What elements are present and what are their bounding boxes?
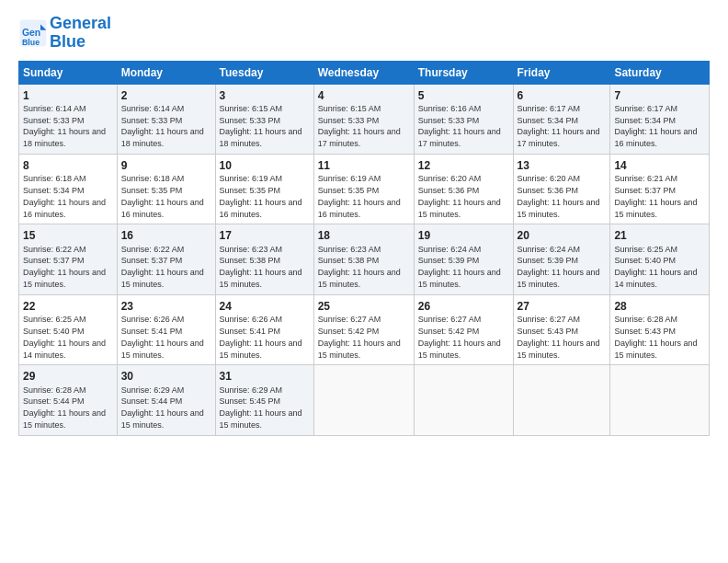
day-number: 13	[518, 158, 607, 173]
daylight-text: Daylight: 11 hours and 15 minutes.	[614, 198, 697, 219]
day-number: 20	[518, 228, 607, 243]
day-number: 29	[23, 369, 113, 384]
calendar-table: SundayMondayTuesdayWednesdayThursdayFrid…	[18, 61, 710, 436]
calendar-cell: 7Sunrise: 6:17 AMSunset: 5:34 PMDaylight…	[610, 84, 710, 154]
calendar-cell	[513, 365, 610, 435]
calendar-cell: 13Sunrise: 6:20 AMSunset: 5:36 PMDayligh…	[513, 155, 610, 224]
weekday-header-friday: Friday	[513, 61, 610, 84]
sunrise-text: Sunrise: 6:28 AM	[614, 315, 677, 324]
calendar-cell: 21Sunrise: 6:25 AMSunset: 5:40 PMDayligh…	[610, 224, 710, 294]
daylight-text: Daylight: 11 hours and 14 minutes.	[23, 339, 106, 360]
sunset-text: Sunset: 5:33 PM	[23, 116, 85, 125]
calendar-cell: 5Sunrise: 6:16 AMSunset: 5:33 PMDaylight…	[414, 84, 513, 154]
calendar-cell: 29Sunrise: 6:28 AMSunset: 5:44 PMDayligh…	[19, 365, 118, 435]
calendar-cell: 8Sunrise: 6:18 AMSunset: 5:34 PMDaylight…	[19, 155, 118, 224]
day-number: 6	[518, 88, 607, 103]
daylight-text: Daylight: 11 hours and 15 minutes.	[614, 339, 697, 360]
calendar-cell: 1Sunrise: 6:14 AMSunset: 5:33 PMDaylight…	[19, 84, 118, 154]
sunrise-text: Sunrise: 6:14 AM	[23, 104, 86, 113]
sunset-text: Sunset: 5:37 PM	[23, 256, 85, 265]
day-number: 23	[121, 299, 211, 314]
sunrise-text: Sunrise: 6:17 AM	[614, 104, 677, 113]
daylight-text: Daylight: 11 hours and 15 minutes.	[418, 339, 501, 360]
daylight-text: Daylight: 11 hours and 17 minutes.	[318, 127, 401, 148]
sunrise-text: Sunrise: 6:14 AM	[121, 104, 185, 113]
daylight-text: Daylight: 11 hours and 15 minutes.	[518, 339, 600, 360]
daylight-text: Daylight: 11 hours and 15 minutes.	[121, 268, 204, 289]
day-number: 9	[121, 158, 211, 173]
daylight-text: Daylight: 11 hours and 15 minutes.	[318, 339, 401, 360]
sunrise-text: Sunrise: 6:22 AM	[121, 245, 185, 254]
sunset-text: Sunset: 5:44 PM	[121, 396, 183, 406]
day-number: 16	[121, 228, 211, 243]
calendar-cell: 14Sunrise: 6:21 AMSunset: 5:37 PMDayligh…	[610, 155, 710, 224]
sunset-text: Sunset: 5:34 PM	[518, 116, 579, 125]
day-number: 15	[23, 228, 113, 243]
day-number: 14	[614, 158, 705, 173]
weekday-header-monday: Monday	[117, 61, 215, 84]
day-number: 28	[614, 299, 705, 314]
sunset-text: Sunset: 5:33 PM	[418, 116, 480, 125]
weekday-header-tuesday: Tuesday	[215, 61, 313, 84]
calendar-cell: 18Sunrise: 6:23 AMSunset: 5:38 PMDayligh…	[313, 224, 414, 294]
daylight-text: Daylight: 11 hours and 17 minutes.	[518, 127, 600, 148]
sunrise-text: Sunrise: 6:23 AM	[220, 245, 283, 254]
weekday-header-row: SundayMondayTuesdayWednesdayThursdayFrid…	[19, 61, 710, 84]
calendar-cell: 25Sunrise: 6:27 AMSunset: 5:42 PMDayligh…	[313, 294, 414, 364]
header: Gen Blue GeneralBlue	[18, 15, 710, 52]
day-number: 5	[418, 88, 509, 103]
week-row-2: 8Sunrise: 6:18 AMSunset: 5:34 PMDaylight…	[19, 155, 710, 224]
daylight-text: Daylight: 11 hours and 18 minutes.	[23, 127, 106, 148]
sunrise-text: Sunrise: 6:22 AM	[23, 245, 86, 254]
sunset-text: Sunset: 5:42 PM	[318, 327, 380, 336]
sunset-text: Sunset: 5:34 PM	[23, 186, 85, 195]
day-number: 30	[121, 369, 211, 384]
day-number: 22	[23, 299, 113, 314]
calendar-cell: 11Sunrise: 6:19 AMSunset: 5:35 PMDayligh…	[313, 155, 414, 224]
calendar-cell: 30Sunrise: 6:29 AMSunset: 5:44 PMDayligh…	[117, 365, 215, 435]
sunrise-text: Sunrise: 6:29 AM	[220, 385, 283, 395]
calendar-cell: 19Sunrise: 6:24 AMSunset: 5:39 PMDayligh…	[414, 224, 513, 294]
sunset-text: Sunset: 5:35 PM	[220, 186, 281, 195]
day-number: 4	[318, 88, 410, 103]
sunset-text: Sunset: 5:40 PM	[23, 327, 85, 336]
day-number: 10	[220, 158, 310, 173]
sunrise-text: Sunrise: 6:24 AM	[418, 245, 482, 254]
day-number: 21	[614, 228, 705, 243]
sunrise-text: Sunrise: 6:15 AM	[318, 104, 381, 113]
day-number: 25	[318, 299, 410, 314]
calendar-cell	[610, 365, 710, 435]
calendar-cell: 3Sunrise: 6:15 AMSunset: 5:33 PMDaylight…	[215, 84, 313, 154]
day-number: 11	[318, 158, 410, 173]
svg-text:Blue: Blue	[22, 38, 40, 47]
sunset-text: Sunset: 5:35 PM	[318, 186, 380, 195]
calendar-cell: 20Sunrise: 6:24 AMSunset: 5:39 PMDayligh…	[513, 224, 610, 294]
sunrise-text: Sunrise: 6:17 AM	[518, 104, 581, 113]
sunset-text: Sunset: 5:41 PM	[121, 327, 183, 336]
svg-text:Gen: Gen	[22, 28, 40, 38]
daylight-text: Daylight: 11 hours and 16 minutes.	[220, 198, 302, 219]
sunrise-text: Sunrise: 6:27 AM	[518, 315, 581, 324]
daylight-text: Daylight: 11 hours and 15 minutes.	[23, 408, 106, 430]
week-row-1: 1Sunrise: 6:14 AMSunset: 5:33 PMDaylight…	[19, 84, 710, 154]
calendar-cell: 17Sunrise: 6:23 AMSunset: 5:38 PMDayligh…	[215, 224, 313, 294]
weekday-header-wednesday: Wednesday	[313, 61, 414, 84]
calendar-cell: 9Sunrise: 6:18 AMSunset: 5:35 PMDaylight…	[117, 155, 215, 224]
week-row-4: 22Sunrise: 6:25 AMSunset: 5:40 PMDayligh…	[19, 294, 710, 364]
sunrise-text: Sunrise: 6:27 AM	[418, 315, 482, 324]
weekday-header-sunday: Sunday	[19, 61, 118, 84]
weekday-header-saturday: Saturday	[610, 61, 710, 84]
day-number: 19	[418, 228, 509, 243]
daylight-text: Daylight: 11 hours and 15 minutes.	[220, 339, 302, 360]
sunset-text: Sunset: 5:36 PM	[418, 186, 480, 195]
week-row-3: 15Sunrise: 6:22 AMSunset: 5:37 PMDayligh…	[19, 224, 710, 294]
day-number: 7	[614, 88, 705, 103]
sunset-text: Sunset: 5:34 PM	[614, 116, 676, 125]
day-number: 12	[418, 158, 509, 173]
sunset-text: Sunset: 5:44 PM	[23, 396, 85, 406]
daylight-text: Daylight: 11 hours and 17 minutes.	[418, 127, 501, 148]
sunrise-text: Sunrise: 6:26 AM	[121, 315, 185, 324]
sunrise-text: Sunrise: 6:24 AM	[518, 245, 581, 254]
calendar-cell: 6Sunrise: 6:17 AMSunset: 5:34 PMDaylight…	[513, 84, 610, 154]
day-number: 17	[220, 228, 310, 243]
